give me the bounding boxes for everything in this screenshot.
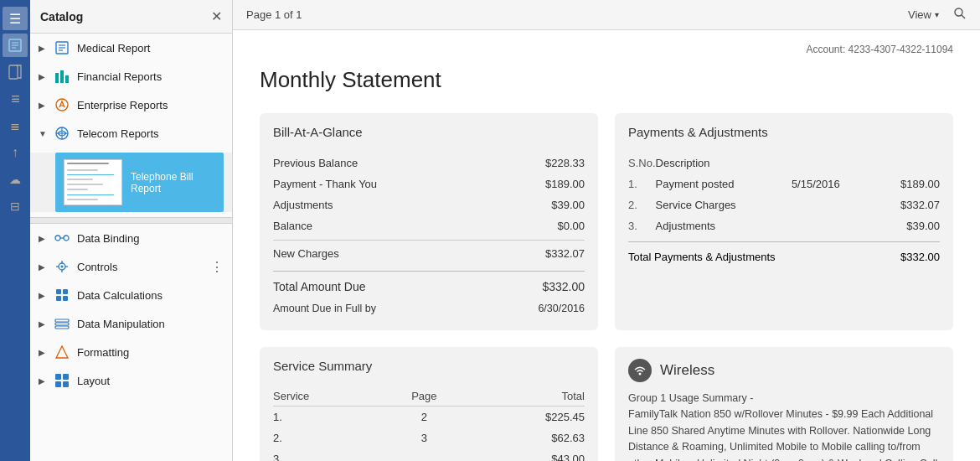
svg-rect-26: [56, 289, 61, 294]
due-label: Amount Due in Full by: [273, 303, 376, 314]
expand-arrow-enterprise: ▶: [39, 101, 50, 110]
svg-point-18: [64, 236, 69, 241]
payments-title: Payments & Adjustments: [628, 125, 940, 142]
service-col-service: Service: [273, 386, 385, 407]
service-summary-card: Service Summary Service Page Total 1. 2 …: [260, 347, 598, 461]
catalog-close-button[interactable]: ✕: [211, 8, 222, 24]
medical-label: Medical Report: [77, 42, 224, 54]
catalog-item-layout[interactable]: ▶ Layout: [30, 366, 232, 395]
svg-point-17: [55, 236, 60, 241]
svg-rect-34: [55, 374, 61, 380]
pay-row-2: 2. Service Charges $332.07: [628, 194, 940, 215]
pay-row-1-desc: Payment posted: [656, 174, 792, 194]
pages-icon[interactable]: [3, 34, 28, 57]
preview-thumbnail: [64, 159, 122, 205]
document-content: Account: 4233-4307-4322-11094 Monthly St…: [233, 30, 980, 461]
hamburger-menu-icon[interactable]: ☰: [3, 7, 28, 30]
print-icon[interactable]: ⊟: [3, 194, 28, 218]
bill-at-a-glance-title: Bill-At-A-Glance: [273, 125, 585, 142]
icon-bar: ☰ ≡ ≣ ↑ ☁ ⊟: [0, 0, 30, 461]
expand-arrow-layout: ▶: [39, 376, 50, 386]
page-indicator: Page 1 of 1: [246, 8, 302, 21]
document-icon[interactable]: [3, 60, 28, 84]
pay-row-1-amount: $189.00: [874, 174, 940, 194]
catalog-item-medical[interactable]: ▶ Medical Report: [30, 34, 232, 62]
catalog-item-financial[interactable]: ▶ Financial Reports: [30, 62, 232, 91]
pay-row-3: 3. Adjustments $39.00: [628, 215, 940, 236]
data-calc-icon: [54, 287, 70, 303]
svg-rect-37: [63, 381, 69, 387]
expand-arrow-controls: ▶: [39, 262, 50, 272]
data-binding-icon: [54, 230, 70, 246]
expand-arrow-data-manip: ▶: [39, 319, 50, 329]
wireless-card: Wireless Group 1 Usage Summary - FamilyT…: [615, 347, 953, 461]
bill-row-total: Total Amount Due $332.00: [273, 271, 585, 298]
financial-icon: [54, 68, 70, 85]
catalog-panel: Catalog ✕ ▶ Medical Report ▶ Financial R…: [30, 0, 233, 461]
layout-label: Layout: [77, 375, 224, 387]
service-col-page: Page: [385, 386, 464, 407]
catalog-header: Catalog ✕: [30, 0, 232, 34]
catalog-item-enterprise[interactable]: ▶ Enterprise Reports: [30, 91, 232, 119]
pay-total-value: $332.00: [900, 251, 940, 263]
upload-icon[interactable]: ↑: [3, 141, 28, 164]
svg-rect-11: [65, 75, 69, 83]
sub-items-telecom: Telephone Bill Report: [30, 153, 232, 212]
wireless-title: Wireless: [660, 362, 714, 379]
svg-line-39: [962, 15, 965, 18]
service-row-1-num: 1.: [273, 407, 385, 428]
catalog-item-formatting[interactable]: ▶ Formatting: [30, 338, 232, 366]
data-binding-label: Data Binding: [77, 232, 224, 245]
bill-at-a-glance-card: Bill-At-A-Glance Previous Balance $228.3…: [260, 113, 598, 330]
service-row-2-total: $62.63: [463, 427, 585, 448]
financial-label: Financial Reports: [77, 70, 224, 83]
catalog-item-controls[interactable]: ▶ Controls ⋮: [30, 252, 232, 281]
list-icon[interactable]: ≡: [3, 87, 28, 111]
svg-point-38: [955, 8, 962, 16]
wireless-text: Group 1 Usage Summary - FamilyTalk Natio…: [628, 391, 940, 461]
svg-rect-29: [63, 296, 68, 301]
svg-rect-35: [63, 374, 69, 380]
document-title: Monthly Statement: [260, 67, 953, 93]
balance-value: $0.00: [557, 220, 585, 232]
svg-rect-28: [56, 296, 61, 301]
total-value: $332.00: [542, 280, 585, 293]
pay-row-1-num: 1.: [628, 174, 656, 194]
col-date: [792, 153, 874, 174]
pay-row-3-date: [792, 215, 874, 236]
pay-row-1: 1. Payment posted 5/15/2016 $189.00: [628, 174, 940, 194]
controls-more-dots[interactable]: ⋮: [210, 259, 224, 275]
data-manip-label: Data Manipulation: [77, 318, 224, 330]
pay-row-2-desc: Service Charges: [656, 194, 792, 215]
service-row-3-page: [385, 448, 464, 461]
pay-row-2-num: 2.: [628, 194, 656, 215]
telephone-bill-preview[interactable]: Telephone Bill Report: [55, 153, 224, 212]
indent-icon[interactable]: ≣: [3, 114, 28, 137]
pay-row-2-amount: $332.07: [874, 194, 940, 215]
service-table: Service Page Total 1. 2 $225.45 2. 3 $62…: [273, 386, 585, 461]
catalog-item-telecom[interactable]: ▼ Telecom Reports: [30, 119, 232, 148]
expand-arrow-data-calc: ▶: [39, 291, 50, 300]
service-row-1-total: $225.45: [463, 407, 585, 428]
new-charges-value: $332.07: [545, 247, 585, 260]
controls-icon: [54, 258, 70, 275]
formatting-label: Formatting: [77, 346, 224, 359]
catalog-item-data-binding[interactable]: ▶ Data Binding: [30, 224, 232, 252]
catalog-item-data-manip[interactable]: ▶ Data Manipulation: [30, 309, 232, 338]
search-icon[interactable]: [953, 7, 967, 23]
telecom-icon: [54, 125, 70, 142]
pay-total-label: Total Payments & Adjustments: [628, 251, 776, 263]
svg-point-40: [639, 373, 642, 376]
service-row-2-page: 3: [385, 427, 464, 448]
payment-value: $189.00: [545, 178, 585, 190]
catalog-item-data-calc[interactable]: ▶ Data Calculations: [30, 281, 232, 309]
cloud-download-icon[interactable]: ☁: [3, 168, 28, 191]
catalog-title: Catalog: [40, 10, 83, 23]
expand-arrow-telecom: ▼: [39, 129, 50, 138]
view-button[interactable]: View ▾: [900, 5, 946, 24]
data-calc-label: Data Calculations: [77, 289, 224, 302]
adjustments-label: Adjustments: [273, 199, 333, 211]
bill-row-new-charges: New Charges $332.07: [273, 240, 585, 264]
expand-arrow-data-binding: ▶: [39, 234, 50, 243]
layout-icon: [54, 372, 70, 389]
